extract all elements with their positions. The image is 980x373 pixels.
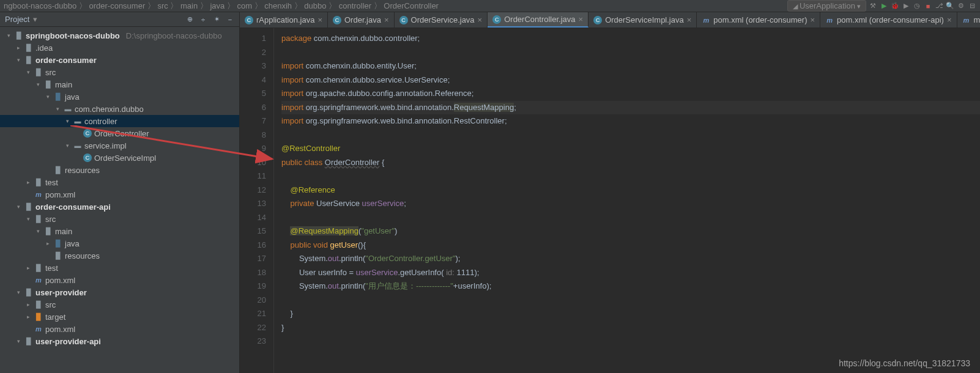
close-icon[interactable]: × [810, 15, 815, 24]
code-line[interactable]: import com.chenxin.dubbo.entity.User; [281, 59, 980, 73]
tree-item--idea[interactable]: ▸▉.idea [0, 42, 239, 54]
tree-item-test[interactable]: ▸▉test [0, 262, 239, 274]
close-icon[interactable]: × [384, 15, 389, 24]
expand-arrow-icon[interactable]: ▸ [24, 265, 32, 271]
tab-OrderServiceImpl-java[interactable]: COrderServiceImpl.java× [588, 12, 697, 28]
close-icon[interactable]: × [947, 15, 952, 24]
hammer-icon[interactable]: ⚒ [869, 2, 877, 10]
tree-item-order-consumer-api[interactable]: ▾▉order-consumer-api [0, 201, 239, 213]
tree-item-pom-xml[interactable]: mpom.xml [0, 274, 239, 286]
expand-arrow-icon[interactable]: ▾ [34, 81, 42, 87]
code-line[interactable] [281, 46, 980, 60]
tree-item-test[interactable]: ▸▉test [0, 176, 239, 188]
expand-arrow-icon[interactable]: ▾ [34, 228, 42, 234]
stop-icon[interactable]: ■ [924, 2, 932, 10]
code-line[interactable] [281, 169, 980, 183]
tree-item-main[interactable]: ▾▉main [0, 225, 239, 237]
tab-rApplication-java[interactable]: CrApplication.java× [240, 12, 328, 28]
code-content[interactable]: package com.chenxin.dubbo.controller;imp… [274, 28, 980, 373]
expand-arrow-icon[interactable]: ▸ [15, 45, 22, 51]
tree-item-controller[interactable]: ▾▬controller [0, 115, 239, 127]
code-line[interactable]: User userInfo = userService.getUserInfo(… [281, 266, 980, 280]
play-icon[interactable]: ▶ [880, 2, 888, 10]
expand-arrow-icon[interactable]: ▾ [24, 216, 32, 222]
expand-arrow-icon[interactable]: ▸ [24, 179, 32, 185]
code-line[interactable]: import com.chenxin.dubbo.service.UserSer… [281, 73, 980, 87]
close-icon[interactable]: × [478, 15, 483, 24]
tree-item-java[interactable]: ▸▉java [0, 237, 239, 249]
tree-item-springboot-nacos-dubbo[interactable]: ▾▉springboot-nacos-dubboD:\springboot-na… [0, 29, 239, 42]
debug-icon[interactable]: 🐞 [891, 2, 899, 10]
tree-item-resources[interactable]: ▉resources [0, 164, 239, 176]
code-line[interactable]: } [281, 307, 980, 321]
expand-arrow-icon[interactable]: ▾ [5, 32, 12, 39]
tree-item-resources[interactable]: ▉resources [0, 249, 239, 262]
close-icon[interactable]: × [687, 15, 692, 24]
tree-item-user-provider[interactable]: ▾▉user-provider [0, 286, 239, 298]
code-line[interactable]: private UserService userService; [281, 197, 980, 211]
expand-arrow-icon[interactable]: ▾ [15, 204, 22, 210]
expand-arrow-icon[interactable]: ▸ [24, 314, 32, 320]
code-line[interactable]: System.out.println("OrderController.getU… [281, 252, 980, 266]
settings-icon[interactable]: ✶ [212, 15, 221, 24]
expand-arrow-icon[interactable]: ▾ [15, 57, 22, 63]
expand-arrow-icon[interactable]: ▸ [24, 301, 32, 308]
tree-item-service-impl[interactable]: ▾▬service.impl [0, 139, 239, 152]
code-line[interactable]: import org.springframework.web.bind.anno… [281, 114, 980, 128]
coverage-icon[interactable]: ▶ [902, 2, 910, 10]
close-icon[interactable]: × [579, 15, 584, 24]
tab-pom-xml--order-consumer-[interactable]: mpom.xml (order-consumer)× [697, 12, 820, 28]
code-line[interactable]: @RequestMapping("getUser") [281, 224, 980, 238]
code-line[interactable] [281, 334, 980, 349]
breadcrumb[interactable]: ngboot-nacos-dubbo 〉 order-consumer 〉 sr… [4, 1, 439, 12]
tab-OrderService-java[interactable]: COrderService.java× [395, 12, 488, 28]
tree-item-pom-xml[interactable]: mpom.xml [0, 188, 239, 201]
code-line[interactable] [281, 211, 980, 225]
code-line[interactable] [281, 128, 980, 142]
tree-item-OrderController[interactable]: COrderController [0, 127, 239, 139]
hide-icon[interactable]: ⊟ [968, 2, 976, 10]
code-line[interactable]: public void getUser(){ [281, 238, 980, 253]
code-line[interactable]: package com.chenxin.dubbo.controller; [281, 32, 980, 46]
code-line[interactable]: System.out.println("用户信息是：-------------"… [281, 279, 980, 294]
expand-arrow-icon[interactable]: ▾ [44, 94, 51, 100]
expand-arrow-icon[interactable]: ▾ [24, 69, 32, 75]
code-line[interactable]: public class OrderController { [281, 156, 980, 170]
expand-arrow-icon[interactable]: ▾ [15, 289, 22, 295]
code-line[interactable]: import org.springframework.web.bind.anno… [281, 101, 980, 115]
tab-OrderController-java[interactable]: COrderController.java× [488, 12, 588, 28]
run-config[interactable]: ◢ UserApplication ▾ [787, 0, 866, 12]
tree-item-src[interactable]: ▾▉src [0, 213, 239, 225]
profile-icon[interactable]: ◷ [913, 2, 921, 10]
git-icon[interactable]: ⎇ [935, 2, 943, 10]
code-line[interactable]: } [281, 321, 980, 335]
tree-item-src[interactable]: ▾▉src [0, 66, 239, 78]
hide-sidebar-icon[interactable]: − [226, 15, 234, 24]
gear-icon[interactable]: ⚙ [957, 2, 965, 10]
tree-item-src[interactable]: ▸▉src [0, 298, 239, 311]
collapse-icon[interactable]: ÷ [199, 15, 207, 24]
tree-item-main[interactable]: ▾▉main [0, 78, 239, 90]
tab-m[interactable]: mm [957, 12, 981, 28]
code-line[interactable]: @RestController [281, 142, 980, 156]
expand-arrow-icon[interactable]: ▾ [64, 142, 71, 149]
tab-Order-java[interactable]: COrder.java× [328, 12, 395, 28]
expand-arrow-icon[interactable]: ▸ [44, 240, 51, 246]
tree-item-target[interactable]: ▸▉target [0, 311, 239, 323]
expand-arrow-icon[interactable]: ▾ [15, 338, 22, 344]
expand-arrow-icon[interactable]: ▾ [64, 118, 71, 124]
project-tree[interactable]: ▾▉springboot-nacos-dubboD:\springboot-na… [0, 27, 239, 373]
expand-arrow-icon[interactable]: ▾ [54, 106, 61, 112]
tree-item-OrderServiceImpl[interactable]: COrderServiceImpl [0, 152, 239, 164]
search-icon[interactable]: 🔍 [946, 2, 954, 10]
tree-item-pom-xml[interactable]: mpom.xml [0, 323, 239, 335]
close-icon[interactable]: × [317, 15, 322, 24]
code-area[interactable]: 1234567891011121314151617181920212223 pa… [240, 28, 980, 373]
tree-item-java[interactable]: ▾▉java [0, 90, 239, 103]
sidebar-title[interactable]: Project [5, 15, 29, 24]
tree-item-user-provider-api[interactable]: ▾▉user-provider-api [0, 335, 239, 347]
target-icon[interactable]: ⊕ [185, 15, 194, 24]
code-line[interactable]: import org.apache.dubbo.config.annotatio… [281, 87, 980, 101]
tab-pom-xml--order-consumer-api-[interactable]: mpom.xml (order-consumer-api)× [820, 12, 957, 28]
tree-item-com-chenxin-dubbo[interactable]: ▾▬com.chenxin.dubbo [0, 103, 239, 115]
